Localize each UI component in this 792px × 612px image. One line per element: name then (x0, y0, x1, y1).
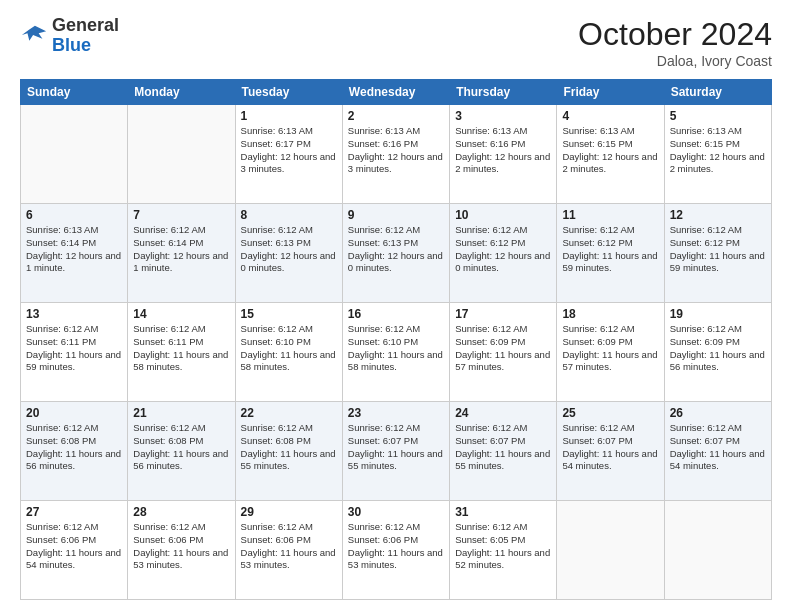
day-number: 22 (241, 406, 337, 420)
calendar-cell: 29Sunrise: 6:12 AM Sunset: 6:06 PM Dayli… (235, 501, 342, 600)
logo-text: General Blue (52, 16, 119, 56)
day-number: 1 (241, 109, 337, 123)
day-number: 2 (348, 109, 444, 123)
day-number: 14 (133, 307, 229, 321)
day-header-friday: Friday (557, 80, 664, 105)
day-header-sunday: Sunday (21, 80, 128, 105)
day-number: 26 (670, 406, 766, 420)
day-number: 23 (348, 406, 444, 420)
calendar-cell (664, 501, 771, 600)
title-block: October 2024 Daloa, Ivory Coast (578, 16, 772, 69)
calendar-cell: 24Sunrise: 6:12 AM Sunset: 6:07 PM Dayli… (450, 402, 557, 501)
day-number: 31 (455, 505, 551, 519)
day-number: 25 (562, 406, 658, 420)
day-number: 27 (26, 505, 122, 519)
calendar-cell: 14Sunrise: 6:12 AM Sunset: 6:11 PM Dayli… (128, 303, 235, 402)
day-number: 18 (562, 307, 658, 321)
calendar-cell (557, 501, 664, 600)
calendar-cell: 4Sunrise: 6:13 AM Sunset: 6:15 PM Daylig… (557, 105, 664, 204)
day-info: Sunrise: 6:12 AM Sunset: 6:10 PM Dayligh… (241, 323, 337, 374)
calendar-cell: 13Sunrise: 6:12 AM Sunset: 6:11 PM Dayli… (21, 303, 128, 402)
day-info: Sunrise: 6:13 AM Sunset: 6:15 PM Dayligh… (670, 125, 766, 176)
day-info: Sunrise: 6:12 AM Sunset: 6:13 PM Dayligh… (241, 224, 337, 275)
day-info: Sunrise: 6:12 AM Sunset: 6:07 PM Dayligh… (455, 422, 551, 473)
calendar-cell: 25Sunrise: 6:12 AM Sunset: 6:07 PM Dayli… (557, 402, 664, 501)
day-number: 7 (133, 208, 229, 222)
calendar-cell: 28Sunrise: 6:12 AM Sunset: 6:06 PM Dayli… (128, 501, 235, 600)
day-number: 24 (455, 406, 551, 420)
day-number: 17 (455, 307, 551, 321)
calendar-cell: 21Sunrise: 6:12 AM Sunset: 6:08 PM Dayli… (128, 402, 235, 501)
day-header-wednesday: Wednesday (342, 80, 449, 105)
month-title: October 2024 (578, 16, 772, 53)
day-info: Sunrise: 6:12 AM Sunset: 6:05 PM Dayligh… (455, 521, 551, 572)
calendar-cell: 15Sunrise: 6:12 AM Sunset: 6:10 PM Dayli… (235, 303, 342, 402)
calendar-cell: 27Sunrise: 6:12 AM Sunset: 6:06 PM Dayli… (21, 501, 128, 600)
day-number: 6 (26, 208, 122, 222)
day-info: Sunrise: 6:13 AM Sunset: 6:16 PM Dayligh… (455, 125, 551, 176)
day-number: 21 (133, 406, 229, 420)
calendar-cell: 22Sunrise: 6:12 AM Sunset: 6:08 PM Dayli… (235, 402, 342, 501)
day-number: 28 (133, 505, 229, 519)
day-info: Sunrise: 6:12 AM Sunset: 6:11 PM Dayligh… (133, 323, 229, 374)
day-info: Sunrise: 6:12 AM Sunset: 6:07 PM Dayligh… (562, 422, 658, 473)
day-info: Sunrise: 6:12 AM Sunset: 6:08 PM Dayligh… (241, 422, 337, 473)
calendar-cell (21, 105, 128, 204)
calendar-cell: 12Sunrise: 6:12 AM Sunset: 6:12 PM Dayli… (664, 204, 771, 303)
day-number: 4 (562, 109, 658, 123)
calendar-cell: 20Sunrise: 6:12 AM Sunset: 6:08 PM Dayli… (21, 402, 128, 501)
day-info: Sunrise: 6:12 AM Sunset: 6:06 PM Dayligh… (348, 521, 444, 572)
calendar-cell: 17Sunrise: 6:12 AM Sunset: 6:09 PM Dayli… (450, 303, 557, 402)
day-number: 13 (26, 307, 122, 321)
calendar-cell: 1Sunrise: 6:13 AM Sunset: 6:17 PM Daylig… (235, 105, 342, 204)
calendar-cell: 8Sunrise: 6:12 AM Sunset: 6:13 PM Daylig… (235, 204, 342, 303)
day-info: Sunrise: 6:13 AM Sunset: 6:14 PM Dayligh… (26, 224, 122, 275)
page-header: General Blue October 2024 Daloa, Ivory C… (20, 16, 772, 69)
calendar-cell: 7Sunrise: 6:12 AM Sunset: 6:14 PM Daylig… (128, 204, 235, 303)
calendar-cell: 18Sunrise: 6:12 AM Sunset: 6:09 PM Dayli… (557, 303, 664, 402)
day-number: 8 (241, 208, 337, 222)
day-number: 15 (241, 307, 337, 321)
svg-marker-0 (22, 26, 46, 41)
day-number: 20 (26, 406, 122, 420)
calendar-cell: 23Sunrise: 6:12 AM Sunset: 6:07 PM Dayli… (342, 402, 449, 501)
calendar-table: SundayMondayTuesdayWednesdayThursdayFrid… (20, 79, 772, 600)
day-info: Sunrise: 6:12 AM Sunset: 6:09 PM Dayligh… (670, 323, 766, 374)
day-number: 30 (348, 505, 444, 519)
logo-bird-icon (20, 22, 48, 50)
day-number: 5 (670, 109, 766, 123)
day-number: 3 (455, 109, 551, 123)
day-info: Sunrise: 6:12 AM Sunset: 6:06 PM Dayligh… (241, 521, 337, 572)
day-info: Sunrise: 6:12 AM Sunset: 6:12 PM Dayligh… (670, 224, 766, 275)
calendar-cell (128, 105, 235, 204)
day-info: Sunrise: 6:12 AM Sunset: 6:08 PM Dayligh… (133, 422, 229, 473)
day-number: 11 (562, 208, 658, 222)
day-info: Sunrise: 6:12 AM Sunset: 6:07 PM Dayligh… (670, 422, 766, 473)
day-info: Sunrise: 6:12 AM Sunset: 6:14 PM Dayligh… (133, 224, 229, 275)
location: Daloa, Ivory Coast (578, 53, 772, 69)
calendar-cell: 3Sunrise: 6:13 AM Sunset: 6:16 PM Daylig… (450, 105, 557, 204)
day-number: 12 (670, 208, 766, 222)
day-info: Sunrise: 6:13 AM Sunset: 6:17 PM Dayligh… (241, 125, 337, 176)
day-header-tuesday: Tuesday (235, 80, 342, 105)
day-info: Sunrise: 6:13 AM Sunset: 6:15 PM Dayligh… (562, 125, 658, 176)
calendar-cell: 11Sunrise: 6:12 AM Sunset: 6:12 PM Dayli… (557, 204, 664, 303)
day-info: Sunrise: 6:12 AM Sunset: 6:11 PM Dayligh… (26, 323, 122, 374)
day-number: 16 (348, 307, 444, 321)
calendar-cell: 26Sunrise: 6:12 AM Sunset: 6:07 PM Dayli… (664, 402, 771, 501)
calendar-cell: 30Sunrise: 6:12 AM Sunset: 6:06 PM Dayli… (342, 501, 449, 600)
day-header-saturday: Saturday (664, 80, 771, 105)
day-info: Sunrise: 6:12 AM Sunset: 6:08 PM Dayligh… (26, 422, 122, 473)
day-info: Sunrise: 6:12 AM Sunset: 6:06 PM Dayligh… (26, 521, 122, 572)
calendar-cell: 6Sunrise: 6:13 AM Sunset: 6:14 PM Daylig… (21, 204, 128, 303)
day-info: Sunrise: 6:12 AM Sunset: 6:13 PM Dayligh… (348, 224, 444, 275)
calendar-cell: 10Sunrise: 6:12 AM Sunset: 6:12 PM Dayli… (450, 204, 557, 303)
day-number: 29 (241, 505, 337, 519)
day-info: Sunrise: 6:12 AM Sunset: 6:09 PM Dayligh… (455, 323, 551, 374)
day-number: 9 (348, 208, 444, 222)
day-number: 10 (455, 208, 551, 222)
logo: General Blue (20, 16, 119, 56)
day-info: Sunrise: 6:12 AM Sunset: 6:10 PM Dayligh… (348, 323, 444, 374)
day-info: Sunrise: 6:12 AM Sunset: 6:12 PM Dayligh… (455, 224, 551, 275)
calendar-cell: 2Sunrise: 6:13 AM Sunset: 6:16 PM Daylig… (342, 105, 449, 204)
